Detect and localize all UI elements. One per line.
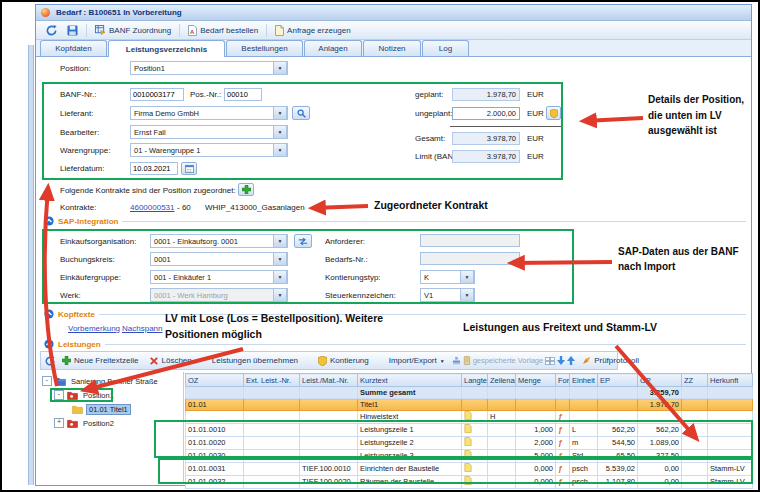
langtext-note-icon[interactable] bbox=[464, 450, 472, 459]
neue-freitextzeile-button[interactable]: Neue Freitextzeile bbox=[57, 354, 143, 367]
cell-oz: 01.01.0031 bbox=[186, 463, 244, 476]
col-zz[interactable]: ZZ bbox=[682, 374, 708, 387]
col-formel[interactable]: Formel bbox=[556, 374, 570, 387]
pos-nr-input[interactable] bbox=[224, 88, 262, 101]
tree-titel1-node[interactable]: 01.01 Titel1 bbox=[72, 404, 131, 415]
tab-log[interactable]: Log bbox=[422, 40, 469, 56]
renumber-icon[interactable] bbox=[545, 357, 555, 365]
col-leist-mat-nr[interactable]: Leist./Mat.-Nr. bbox=[300, 374, 358, 387]
chevron-down-icon[interactable]: ▼ bbox=[273, 270, 287, 284]
save-button[interactable] bbox=[62, 23, 83, 38]
formel-icon[interactable]: ƒ bbox=[558, 451, 562, 460]
chevron-down-icon[interactable]: ▼ bbox=[273, 125, 287, 139]
move-down-icon[interactable] bbox=[557, 356, 565, 365]
table-row-leistungszeile3[interactable]: 01.01.0030 Leistungszeile 3 5,000 ƒ Std … bbox=[186, 450, 753, 463]
ungeplant-kontierung-button[interactable] bbox=[546, 106, 561, 120]
sap-sync-button[interactable] bbox=[294, 234, 312, 248]
table-row-raeumen[interactable]: 01.01.0032 TIEF.100.0020 Räumen der Baus… bbox=[186, 476, 753, 489]
leistungen-uebernehmen-button[interactable]: Leistungen übernehmen bbox=[207, 354, 303, 367]
anfrage-erzeugen-button[interactable]: Anfrage erzeugen bbox=[270, 23, 356, 38]
table-row-leistungszeile2[interactable]: 01.01.0020 Leistungszeile 2 2,000 ƒ m 54… bbox=[186, 437, 753, 450]
table-row-einrichten[interactable]: 01.01.0031 TIEF.100.0010 Einrichten der … bbox=[186, 463, 753, 476]
refresh-icon[interactable] bbox=[45, 356, 55, 366]
kontierungstyp-select[interactable]: K ▼ bbox=[420, 270, 475, 284]
tree-position1-node[interactable]: - Position1 bbox=[54, 390, 116, 400]
collapse-circle-icon[interactable] bbox=[44, 339, 54, 349]
col-ep[interactable]: EP bbox=[598, 374, 638, 387]
kontrakt-number-link[interactable]: 4600000531 bbox=[130, 203, 175, 212]
formel-icon[interactable]: ƒ bbox=[558, 412, 562, 421]
table-row-hinweistext[interactable]: Hinweistext H ƒ bbox=[186, 411, 753, 424]
bedarf-bestellen-button[interactable]: A Bedarf bestellen bbox=[183, 23, 263, 38]
langtext-note-icon[interactable] bbox=[464, 437, 472, 446]
tab-leistungsverzeichnis[interactable]: Leistungsverzeichnis bbox=[108, 40, 225, 57]
import-export-button[interactable]: Import/Export ▼ bbox=[384, 354, 450, 367]
tree-collapse-icon[interactable]: - bbox=[54, 390, 64, 400]
calendar-button[interactable] bbox=[181, 162, 197, 175]
langtext-note-icon[interactable] bbox=[464, 476, 472, 485]
attachment-icon[interactable] bbox=[463, 356, 471, 365]
col-herkunft[interactable]: Herkunft bbox=[708, 374, 753, 387]
steuerkennzeichen-select[interactable]: V1 ▼ bbox=[420, 288, 475, 302]
tree-root-node[interactable]: - Sanierung Berliner Straße bbox=[42, 376, 182, 386]
chevron-down-icon[interactable]: ▼ bbox=[273, 61, 287, 75]
banf-nr-input[interactable] bbox=[130, 88, 184, 101]
col-menge[interactable]: Menge bbox=[516, 374, 556, 387]
col-langtext[interactable]: Langtext bbox=[462, 374, 488, 387]
position-select[interactable]: Position1 ▼ bbox=[130, 61, 288, 75]
langtext-note-icon[interactable] bbox=[464, 424, 472, 433]
formel-icon[interactable]: ƒ bbox=[558, 438, 562, 447]
col-gp[interactable]: GP bbox=[638, 374, 682, 387]
tab-anlagen[interactable]: Anlagen bbox=[304, 40, 362, 56]
lieferant-search-button[interactable] bbox=[292, 106, 310, 120]
chevron-down-icon[interactable]: ▼ bbox=[273, 106, 287, 120]
tree-position2-node[interactable]: + Position2 bbox=[54, 418, 116, 428]
table-row-leistungszeile1[interactable]: 01.01.0010 Leistungszeile 1 1,000 ƒ L 56… bbox=[186, 424, 753, 437]
collapse-circle-icon[interactable] bbox=[44, 309, 54, 319]
formel-icon[interactable]: ƒ bbox=[558, 477, 562, 486]
table-row-titel1[interactable]: 01.01 Titel1 1.978,70 bbox=[186, 399, 753, 411]
tree-collapse-icon[interactable]: - bbox=[42, 376, 52, 386]
chevron-down-icon[interactable]: ▼ bbox=[273, 252, 287, 266]
langtext-note-icon[interactable] bbox=[464, 463, 472, 472]
collapse-circle-icon[interactable] bbox=[44, 216, 54, 226]
pruefprotokoll-button[interactable]: Prüfprotokoll bbox=[577, 354, 644, 367]
bearbeiter-select[interactable]: Ernst Fall ▼ bbox=[130, 125, 288, 139]
einkaufsorganisation-select[interactable]: 0001 - Einkaufsorg. 0001 ▼ bbox=[150, 234, 288, 248]
col-ext-leist-nr[interactable]: Ext. Leist.-Nr. bbox=[244, 374, 300, 387]
kontierung-button[interactable]: Kontierung bbox=[313, 354, 374, 368]
tab-kopfdaten[interactable]: Kopfdaten bbox=[40, 40, 107, 56]
vorbemerkung-link[interactable]: Vorbemerkung bbox=[68, 324, 120, 333]
nachspann-link[interactable]: Nachspann bbox=[122, 324, 162, 333]
buchungskreis-select[interactable]: 0001 ▼ bbox=[150, 252, 288, 266]
save-icon bbox=[67, 25, 78, 36]
formel-icon[interactable]: ƒ bbox=[558, 464, 562, 473]
lieferant-select[interactable]: Firma Demo GmbH ▼ bbox=[130, 106, 288, 120]
col-einheit[interactable]: Einheit bbox=[570, 374, 598, 387]
table-row-summe[interactable]: Summe gesamt 3.259,70 bbox=[186, 387, 753, 399]
ungeplant-value[interactable]: 2.000,00 bbox=[452, 107, 520, 120]
col-oz[interactable]: OZ bbox=[186, 374, 244, 387]
cell-menge: 5,000 bbox=[516, 450, 556, 463]
banf-zuordnung-button[interactable]: BANF Zuordnung bbox=[90, 23, 176, 37]
chevron-down-icon[interactable]: ▼ bbox=[273, 234, 287, 248]
einkaeufergruppe-select[interactable]: 001 - Einkäufer 1 ▼ bbox=[150, 270, 288, 284]
col-kurztext[interactable]: Kurztext bbox=[358, 374, 462, 387]
tree-expand-icon[interactable]: + bbox=[54, 418, 64, 428]
chevron-down-icon[interactable]: ▼ bbox=[460, 270, 474, 284]
move-up-icon[interactable] bbox=[567, 356, 575, 365]
bearbeiter-select-value: Ernst Fall bbox=[134, 128, 273, 137]
chevron-down-icon[interactable]: ▼ bbox=[460, 288, 474, 302]
tab-notizen[interactable]: Notizen bbox=[363, 40, 421, 56]
lieferdatum-input[interactable] bbox=[130, 162, 178, 175]
langtext-note-icon[interactable] bbox=[464, 411, 472, 420]
loeschen-button[interactable]: Löschen bbox=[145, 354, 196, 367]
stamp-icon[interactable] bbox=[452, 356, 461, 365]
col-zeilenart[interactable]: Zeilenart bbox=[488, 374, 516, 387]
add-kontrakt-button[interactable] bbox=[238, 183, 254, 196]
formel-icon[interactable]: ƒ bbox=[558, 425, 562, 434]
refresh-button[interactable] bbox=[41, 23, 62, 38]
chevron-down-icon[interactable]: ▼ bbox=[273, 143, 287, 157]
tab-bestellungen[interactable]: Bestellungen bbox=[226, 40, 303, 56]
warengruppe-select[interactable]: 01 - Warengruppe 1 ▼ bbox=[130, 143, 288, 157]
